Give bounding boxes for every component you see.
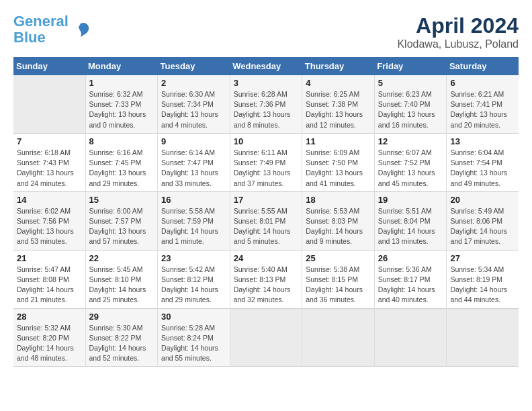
column-header-thursday: Thursday xyxy=(302,57,375,75)
page-header: GeneralBlue April 2024 Klodawa, Lubusz, … xyxy=(13,13,519,50)
day-number: 24 xyxy=(234,253,299,263)
calendar-cell: 22Sunrise: 5:45 AM Sunset: 8:10 PM Dayli… xyxy=(85,250,158,308)
calendar-cell: 29Sunrise: 5:30 AM Sunset: 8:22 PM Dayli… xyxy=(85,308,158,367)
calendar-cell: 3Sunrise: 6:28 AM Sunset: 7:36 PM Daylig… xyxy=(230,75,302,133)
day-info: Sunrise: 5:49 AM Sunset: 8:06 PM Dayligh… xyxy=(450,206,515,247)
day-number: 22 xyxy=(89,253,154,263)
day-number: 15 xyxy=(89,195,154,205)
week-row-2: 7Sunrise: 6:18 AM Sunset: 7:43 PM Daylig… xyxy=(13,133,519,191)
day-info: Sunrise: 6:16 AM Sunset: 7:45 PM Dayligh… xyxy=(89,148,154,189)
day-number: 23 xyxy=(161,253,226,263)
day-number: 13 xyxy=(450,136,515,146)
day-info: Sunrise: 6:02 AM Sunset: 7:56 PM Dayligh… xyxy=(17,206,82,247)
calendar-cell: 10Sunrise: 6:11 AM Sunset: 7:49 PM Dayli… xyxy=(230,133,302,191)
day-number: 9 xyxy=(161,136,226,146)
day-info: Sunrise: 6:30 AM Sunset: 7:34 PM Dayligh… xyxy=(161,89,226,130)
day-info: Sunrise: 5:51 AM Sunset: 8:04 PM Dayligh… xyxy=(378,206,443,247)
calendar-cell: 25Sunrise: 5:38 AM Sunset: 8:15 PM Dayli… xyxy=(302,250,375,308)
day-number: 3 xyxy=(234,78,299,88)
calendar-cell: 7Sunrise: 6:18 AM Sunset: 7:43 PM Daylig… xyxy=(13,133,85,191)
calendar-cell: 5Sunrise: 6:23 AM Sunset: 7:40 PM Daylig… xyxy=(374,75,447,133)
day-info: Sunrise: 5:45 AM Sunset: 8:10 PM Dayligh… xyxy=(89,265,154,306)
day-info: Sunrise: 6:11 AM Sunset: 7:49 PM Dayligh… xyxy=(234,148,299,189)
day-info: Sunrise: 5:28 AM Sunset: 8:24 PM Dayligh… xyxy=(161,323,226,364)
day-info: Sunrise: 5:55 AM Sunset: 8:01 PM Dayligh… xyxy=(234,206,299,247)
day-info: Sunrise: 6:07 AM Sunset: 7:52 PM Dayligh… xyxy=(378,148,443,189)
day-number: 4 xyxy=(306,78,371,88)
day-info: Sunrise: 6:21 AM Sunset: 7:41 PM Dayligh… xyxy=(450,89,515,130)
day-number: 26 xyxy=(378,253,443,263)
day-number: 18 xyxy=(306,195,371,205)
day-number: 27 xyxy=(450,253,515,263)
calendar-cell: 20Sunrise: 5:49 AM Sunset: 8:06 PM Dayli… xyxy=(447,191,519,250)
day-number: 5 xyxy=(378,78,443,88)
calendar-cell: 13Sunrise: 6:04 AM Sunset: 7:54 PM Dayli… xyxy=(447,133,519,191)
calendar-cell: 26Sunrise: 5:36 AM Sunset: 8:17 PM Dayli… xyxy=(374,250,447,308)
day-number: 2 xyxy=(161,78,226,88)
day-number: 10 xyxy=(234,136,299,146)
calendar-cell: 8Sunrise: 6:16 AM Sunset: 7:45 PM Daylig… xyxy=(85,133,158,191)
day-info: Sunrise: 6:04 AM Sunset: 7:54 PM Dayligh… xyxy=(450,148,515,189)
day-number: 7 xyxy=(17,136,82,146)
day-info: Sunrise: 5:53 AM Sunset: 8:03 PM Dayligh… xyxy=(306,206,371,247)
day-info: Sunrise: 5:32 AM Sunset: 8:20 PM Dayligh… xyxy=(17,323,82,364)
calendar-cell: 14Sunrise: 6:02 AM Sunset: 7:56 PM Dayli… xyxy=(13,191,85,250)
day-info: Sunrise: 6:18 AM Sunset: 7:43 PM Dayligh… xyxy=(17,148,82,189)
calendar-cell: 15Sunrise: 6:00 AM Sunset: 7:57 PM Dayli… xyxy=(85,191,158,250)
calendar-cell xyxy=(13,75,85,133)
day-number: 11 xyxy=(306,136,371,146)
title-block: April 2024 Klodawa, Lubusz, Poland xyxy=(397,13,519,50)
calendar-table: SundayMondayTuesdayWednesdayThursdayFrid… xyxy=(13,57,519,367)
day-info: Sunrise: 5:40 AM Sunset: 8:13 PM Dayligh… xyxy=(234,265,299,306)
day-number: 1 xyxy=(89,78,154,88)
calendar-cell: 11Sunrise: 6:09 AM Sunset: 7:50 PM Dayli… xyxy=(302,133,375,191)
calendar-cell: 1Sunrise: 6:32 AM Sunset: 7:33 PM Daylig… xyxy=(85,75,158,133)
column-header-wednesday: Wednesday xyxy=(230,57,302,75)
calendar-cell xyxy=(302,308,375,367)
day-number: 28 xyxy=(17,312,82,322)
calendar-cell: 12Sunrise: 6:07 AM Sunset: 7:52 PM Dayli… xyxy=(374,133,447,191)
page-subtitle: Klodawa, Lubusz, Poland xyxy=(397,38,519,50)
day-number: 19 xyxy=(378,195,443,205)
calendar-cell: 16Sunrise: 5:58 AM Sunset: 7:59 PM Dayli… xyxy=(158,191,230,250)
logo-text: GeneralBlue xyxy=(13,13,69,46)
calendar-cell: 17Sunrise: 5:55 AM Sunset: 8:01 PM Dayli… xyxy=(230,191,302,250)
calendar-cell: 28Sunrise: 5:32 AM Sunset: 8:20 PM Dayli… xyxy=(13,308,85,367)
day-info: Sunrise: 5:58 AM Sunset: 7:59 PM Dayligh… xyxy=(161,206,226,247)
day-info: Sunrise: 5:47 AM Sunset: 8:08 PM Dayligh… xyxy=(17,265,82,306)
day-info: Sunrise: 5:36 AM Sunset: 8:17 PM Dayligh… xyxy=(378,265,443,306)
column-header-tuesday: Tuesday xyxy=(158,57,230,75)
day-info: Sunrise: 6:32 AM Sunset: 7:33 PM Dayligh… xyxy=(89,89,154,130)
day-number: 20 xyxy=(450,195,515,205)
day-info: Sunrise: 6:25 AM Sunset: 7:38 PM Dayligh… xyxy=(306,89,371,130)
calendar-cell xyxy=(374,308,447,367)
day-number: 12 xyxy=(378,136,443,146)
calendar-cell: 27Sunrise: 5:34 AM Sunset: 8:19 PM Dayli… xyxy=(447,250,519,308)
logo: GeneralBlue xyxy=(13,13,91,46)
calendar-cell: 9Sunrise: 6:14 AM Sunset: 7:47 PM Daylig… xyxy=(158,133,230,191)
day-number: 17 xyxy=(234,195,299,205)
day-number: 29 xyxy=(89,312,154,322)
calendar-cell: 4Sunrise: 6:25 AM Sunset: 7:38 PM Daylig… xyxy=(302,75,375,133)
column-header-friday: Friday xyxy=(374,57,447,75)
calendar-cell: 19Sunrise: 5:51 AM Sunset: 8:04 PM Dayli… xyxy=(374,191,447,250)
column-header-saturday: Saturday xyxy=(447,57,519,75)
calendar-cell: 6Sunrise: 6:21 AM Sunset: 7:41 PM Daylig… xyxy=(447,75,519,133)
day-info: Sunrise: 5:38 AM Sunset: 8:15 PM Dayligh… xyxy=(306,265,371,306)
column-header-sunday: Sunday xyxy=(13,57,85,75)
calendar-cell xyxy=(230,308,302,367)
day-info: Sunrise: 5:42 AM Sunset: 8:12 PM Dayligh… xyxy=(161,265,226,306)
calendar-cell xyxy=(447,308,519,367)
day-number: 14 xyxy=(17,195,82,205)
day-info: Sunrise: 6:28 AM Sunset: 7:36 PM Dayligh… xyxy=(234,89,299,130)
calendar-cell: 18Sunrise: 5:53 AM Sunset: 8:03 PM Dayli… xyxy=(302,191,375,250)
calendar-cell: 24Sunrise: 5:40 AM Sunset: 8:13 PM Dayli… xyxy=(230,250,302,308)
page-title: April 2024 xyxy=(397,13,519,38)
day-number: 6 xyxy=(450,78,515,88)
week-row-3: 14Sunrise: 6:02 AM Sunset: 7:56 PM Dayli… xyxy=(13,191,519,250)
day-info: Sunrise: 6:00 AM Sunset: 7:57 PM Dayligh… xyxy=(89,206,154,247)
day-info: Sunrise: 5:30 AM Sunset: 8:22 PM Dayligh… xyxy=(89,323,154,364)
day-info: Sunrise: 5:34 AM Sunset: 8:19 PM Dayligh… xyxy=(450,265,515,306)
column-header-monday: Monday xyxy=(85,57,158,75)
day-number: 21 xyxy=(17,253,82,263)
